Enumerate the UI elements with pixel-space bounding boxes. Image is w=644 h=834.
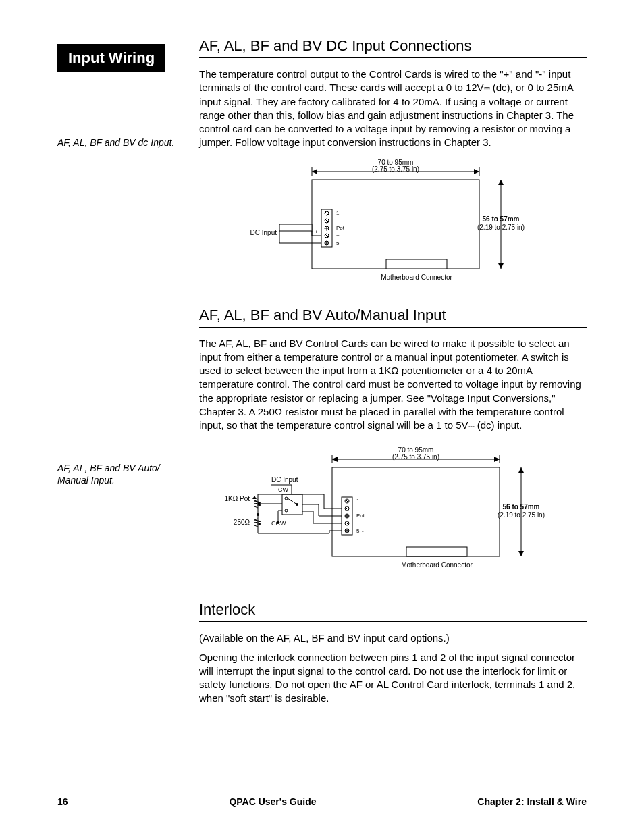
svg-marker-2 [474,169,479,174]
svg-text:1KΩ Pot: 1KΩ Pot [225,495,250,502]
svg-marker-45 [494,457,500,462]
svg-marker-40 [498,263,504,269]
svg-rect-51 [406,547,467,556]
section-body-dc-input: The temperature control output to the Co… [199,68,587,150]
page-footer: 16 QPAC User's Guide Chapter 2: Install … [57,796,587,807]
svg-text:DC Input: DC Input [250,229,277,236]
svg-marker-108 [518,551,524,556]
svg-rect-50 [332,467,500,556]
svg-marker-39 [498,180,504,185]
svg-text:Pot: Pot [336,225,345,231]
svg-text:5: 5 [336,240,340,246]
section-body-auto-manual: The AF, AL, BF and BV Control Cards can … [199,337,587,433]
svg-text:(2.19 to 2.75 in): (2.19 to 2.75 in) [477,224,525,231]
svg-text:56 to 57mm: 56 to 57mm [482,215,519,223]
svg-marker-107 [518,467,524,473]
svg-text:(2.75 to 3.75 in): (2.75 to 3.75 in) [392,453,439,461]
svg-text:250Ω: 250Ω [234,519,250,526]
svg-text:+: + [315,229,318,235]
svg-text:(2.75 to 3.75 in): (2.75 to 3.75 in) [372,165,419,173]
interlock-p1: (Available on the AF, AL, BF and BV inpu… [199,631,587,645]
svg-text:(2.19 to 2.75 in): (2.19 to 2.75 in) [498,511,545,519]
section-title-auto-manual: AF, AL, BF and BV Auto/Manual Input [199,307,587,328]
footer-doc-title: QPAC User's Guide [229,796,316,807]
svg-text:-: - [315,238,317,244]
svg-rect-7 [312,180,479,269]
svg-text:CW: CW [278,486,288,493]
svg-point-104 [277,521,279,524]
svg-text:5: 5 [356,528,360,534]
svg-text:1: 1 [336,210,340,216]
svg-rect-8 [386,259,447,269]
svg-text:DC Input: DC Input [271,476,298,484]
svg-text:Pot: Pot [356,513,365,519]
svg-marker-44 [332,457,338,462]
section-title-interlock: Interlock [199,601,587,622]
svg-text:1: 1 [356,498,360,504]
svg-point-105 [257,513,259,516]
footer-page-number: 16 [57,796,68,807]
diagram-auto-manual: 70 to 95mm (2.75 to 3.75 in) Motherboard… [211,447,575,589]
interlock-p2: Opening the interlock connection between… [199,651,587,706]
svg-marker-1 [312,169,317,174]
svg-text:Motherboard Connector: Motherboard Connector [401,561,473,569]
svg-rect-28 [279,224,312,231]
footer-chapter: Chapter 2: Install & Wire [477,796,587,807]
svg-marker-83 [252,496,257,499]
svg-text:-: - [362,528,364,534]
diagram-dc-input: 70 to 95mm (2.75 to 3.75 in) Motherboard… [231,159,555,294]
svg-text:-: - [342,240,344,246]
section-badge: Input Wiring [57,44,165,72]
svg-text:+: + [356,520,360,526]
svg-text:Motherboard Connector: Motherboard Connector [381,273,452,281]
svg-text:+: + [336,232,340,238]
section-title-dc-input: AF, AL, BF and BV DC Input Connections [199,37,587,58]
side-note-dc-input: AF, AL, BF and BV dc Input. [57,136,192,149]
svg-text:56 to 57mm: 56 to 57mm [502,503,539,511]
side-note-auto-manual: AF, AL, BF and BV Auto/ Manual Input. [57,462,192,486]
